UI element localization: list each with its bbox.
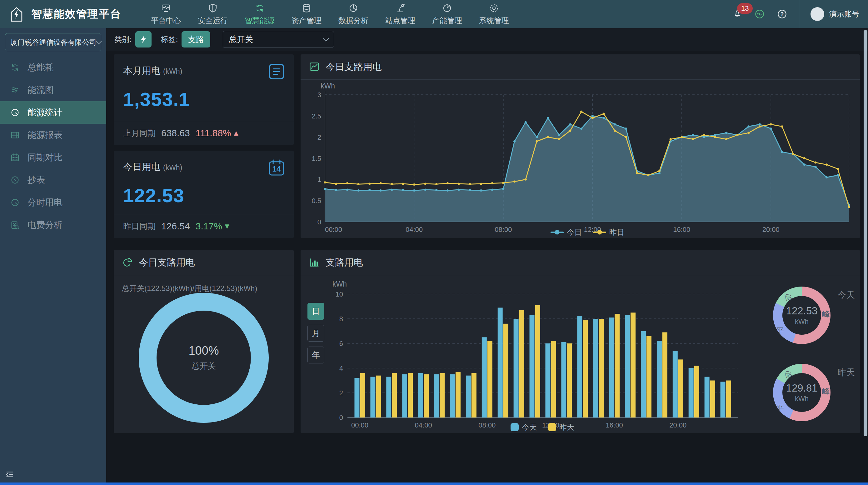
nav-platform-center[interactable]: 平台中心 [149, 0, 183, 28]
month-usage-value: 1,353.1 [123, 88, 190, 110]
sidebar-item-period-compare[interactable]: 同期对比 [0, 146, 106, 169]
sidebar-item-label: 总能耗 [28, 62, 54, 73]
table-icon [10, 130, 20, 140]
panel-header: 支路用电 [301, 250, 860, 275]
recycle-icon [254, 3, 265, 13]
svg-text:kWh: kWh [320, 82, 335, 90]
sidebar-item-energy-flow[interactable]: 能流图 [0, 79, 106, 101]
sidebar-menu: 总能耗 能流图 能源统计 能源报表 同期对比 抄表 [0, 56, 106, 236]
compare-label: 昨日同期 [123, 221, 156, 232]
yesterday-bar-marker [548, 423, 556, 431]
month-usage-card: 本月用电(kWh) 1,353.1 上月同期 638.63 111.88%▲ [114, 54, 294, 145]
account-menu[interactable]: 演示账号 [799, 0, 859, 28]
collapse-sidebar-icon[interactable] [5, 470, 14, 479]
notifications-button[interactable]: 13 [732, 8, 743, 20]
nav-system-management[interactable]: 系统管理 [477, 0, 510, 28]
svg-text:20:00: 20:00 [669, 421, 686, 429]
card-footer: 上月同期 638.63 111.88%▲ [114, 121, 294, 145]
sidebar: 厦门锐谷通信设备有限公司 总能耗 能流图 能源统计 能源报表 同期对比 [0, 28, 106, 483]
account-name: 演示账号 [829, 9, 859, 19]
donut-center-label: 总开关 [191, 361, 216, 371]
sidebar-item-time-of-use[interactable]: 分时用电 [0, 191, 106, 214]
nav-capacity-management[interactable]: 产能管理 [431, 0, 464, 28]
company-select[interactable]: 厦门锐谷通信设备有限公司 [5, 33, 101, 51]
unit-label: kWh [795, 395, 809, 403]
compare-value: 126.54 [161, 221, 190, 232]
chevron-down-icon [323, 35, 329, 41]
house-bolt-logo-icon [8, 6, 25, 23]
legend-item-yesterday[interactable]: 昨日 [593, 227, 624, 237]
today-branch-donut-panel: 今日支路用电 总开关(122.53)(kWh)/用电(122.53)(kWh) … [114, 250, 294, 433]
nav-site-management[interactable]: 站点管理 [384, 0, 417, 28]
compare-label: 上月同期 [123, 128, 156, 139]
svg-text:00:00: 00:00 [325, 225, 342, 234]
legend-label: 昨日 [609, 227, 624, 237]
svg-text:16:00: 16:00 [606, 421, 623, 429]
panel-header: 今日支路用电 [301, 54, 860, 80]
panel-title: 今日支路用电 [139, 256, 195, 269]
svg-text:08:00: 08:00 [495, 225, 512, 234]
svg-text:04:00: 04:00 [415, 421, 432, 429]
today-usage-card: 今日用电(kWh) 14 122.53 昨日同期 126.54 3.17%▼ [114, 151, 294, 238]
svg-text:1: 1 [317, 176, 321, 183]
period-month-button[interactable]: 月 [307, 325, 324, 341]
card-footer: 昨日同期 126.54 3.17%▼ [114, 214, 294, 238]
sidebar-item-energy-statistics[interactable]: 能源统计 [0, 101, 106, 124]
category-label: 类别: [114, 34, 131, 44]
legend-item-yesterday[interactable]: 昨天 [548, 422, 574, 432]
chevron-down-icon [96, 38, 102, 44]
calendar-icon [10, 152, 20, 162]
link-status-icon[interactable] [754, 8, 765, 20]
svg-text:14: 14 [273, 165, 281, 173]
bar-chart-body: 日 月 年 kWh024681000:0004:0008:0012:0016:0… [301, 275, 860, 433]
bar-chart-legend: 今天 昨天 [510, 422, 574, 432]
today-peak-valley-donut: 谷 峰 平 122.53 kWh [773, 286, 831, 344]
today-usage-value: 122.53 [123, 184, 184, 207]
period-year-button[interactable]: 年 [307, 346, 324, 363]
svg-text:3: 3 [317, 91, 321, 99]
card-title: 今日用电(kWh) [123, 161, 182, 174]
switch-select[interactable]: 总开关 [223, 31, 334, 48]
tag-branch-button[interactable]: 支路 [182, 31, 210, 48]
help-icon[interactable]: ? [776, 8, 788, 20]
switch-select-value: 总开关 [229, 34, 253, 45]
app-root: 智慧能效管理平台 平台中心 安全运行 智慧能源 资产管理 数据分析 [0, 0, 868, 485]
filter-bar: 类别: 标签: 支路 总开关 [106, 28, 868, 51]
trend-down-icon: ▼ [223, 222, 231, 231]
nav-smart-energy[interactable]: 智慧能源 [243, 0, 276, 28]
today-bar-marker [510, 423, 519, 431]
period-day-button[interactable]: 日 [307, 303, 324, 320]
category-electric-button[interactable] [135, 31, 152, 48]
compare-value: 638.63 [161, 128, 190, 139]
period-buttons: 日 月 年 [307, 303, 324, 363]
sidebar-item-total-energy[interactable]: 总能耗 [0, 56, 106, 79]
donut-center: 129.81 kWh [782, 373, 821, 412]
nav-safe-operation[interactable]: 安全运行 [196, 0, 229, 28]
app-logo: 智慧能效管理平台 [0, 6, 149, 23]
legend-item-today[interactable]: 今日 [551, 227, 582, 237]
legend-item-today[interactable]: 今天 [510, 422, 537, 432]
nav-asset-management[interactable]: 资产管理 [290, 0, 323, 28]
line-chart-body: kWh00.511.522.5300:0004:0008:0012:0016:0… [301, 80, 860, 238]
yesterday-donut-label: 昨天 [837, 367, 855, 378]
donut-subtitle: 总开关(122.53)(kWh)/用电(122.53)(kWh) [122, 283, 257, 294]
nav-label: 平台中心 [151, 16, 181, 26]
nav-data-analysis[interactable]: 数据分析 [337, 0, 370, 28]
flat-slice-label: 平 [776, 326, 784, 336]
line-chart-icon [309, 61, 320, 72]
today-donut-label: 今天 [837, 289, 855, 301]
svg-text:1.5: 1.5 [312, 155, 321, 162]
tag-value: 支路 [188, 34, 204, 45]
svg-text:2: 2 [317, 133, 321, 141]
svg-text:kWh: kWh [333, 280, 347, 288]
flat-slice-label: 平 [776, 403, 784, 413]
pie-chart-icon [122, 257, 133, 268]
topbar: 智慧能效管理平台 平台中心 安全运行 智慧能源 资产管理 数据分析 [0, 0, 868, 28]
panel-header: 今日支路用电 [114, 250, 294, 275]
sidebar-item-cost-analysis[interactable]: 电费分析 [0, 214, 106, 236]
vertical-scrollbar[interactable] [864, 30, 867, 436]
sidebar-item-meter-reading[interactable]: 抄表 [0, 169, 106, 191]
svg-text:6: 6 [339, 340, 343, 347]
sidebar-item-energy-report[interactable]: 能源报表 [0, 124, 106, 146]
svg-text:04:00: 04:00 [406, 225, 423, 234]
